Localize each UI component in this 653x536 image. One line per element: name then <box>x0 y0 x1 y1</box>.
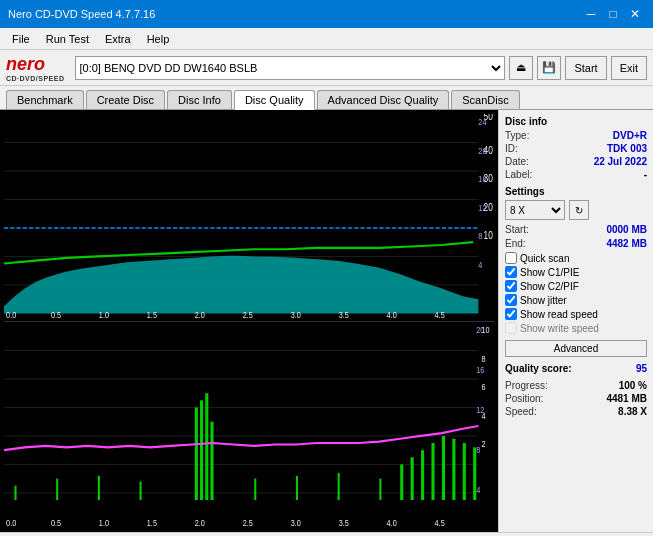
side-panel: Disc info Type: DVD+R ID: TDK 003 Date: … <box>498 110 653 532</box>
exit-button[interactable]: Exit <box>611 56 647 80</box>
charts-area: 50 40 30 20 10 24 20 16 12 8 4 0.0 0.5 1… <box>0 110 498 532</box>
show-read-speed-row: Show read speed <box>505 308 647 320</box>
show-write-speed-checkbox[interactable] <box>505 322 517 334</box>
speed-row: 8 X ↻ <box>505 200 647 220</box>
svg-text:2.0: 2.0 <box>195 309 205 320</box>
show-read-speed-label: Show read speed <box>520 309 598 320</box>
save-icon[interactable]: 💾 <box>537 56 561 80</box>
svg-text:4.0: 4.0 <box>387 309 397 320</box>
svg-rect-50 <box>421 450 424 500</box>
svg-text:2.5: 2.5 <box>243 516 253 527</box>
start-value: 0000 MB <box>606 224 647 235</box>
svg-text:8: 8 <box>481 352 485 363</box>
progress-section: Progress: 100 % Position: 4481 MB Speed:… <box>505 380 647 417</box>
svg-text:0.5: 0.5 <box>51 309 61 320</box>
show-jitter-row: Show jitter <box>505 294 647 306</box>
show-jitter-checkbox[interactable] <box>505 294 517 306</box>
svg-rect-40 <box>195 407 198 500</box>
disc-date-row: Date: 22 Jul 2022 <box>505 156 647 167</box>
menu-file[interactable]: File <box>4 31 38 47</box>
quality-value: 95 <box>636 363 647 374</box>
stats-bar: PI Errors Average: 3.24 Maximum: 25 Tota… <box>0 532 653 536</box>
svg-text:2: 2 <box>481 438 485 449</box>
svg-rect-48 <box>400 464 403 500</box>
svg-text:6: 6 <box>481 381 485 392</box>
window-controls: ─ □ ✕ <box>581 4 645 24</box>
svg-rect-43 <box>210 421 213 499</box>
quick-scan-checkbox[interactable] <box>505 252 517 264</box>
svg-text:0.0: 0.0 <box>6 309 16 320</box>
speed-row-prog: Speed: 8.38 X <box>505 406 647 417</box>
disc-type-row: Type: DVD+R <box>505 130 647 141</box>
advanced-button[interactable]: Advanced <box>505 340 647 357</box>
svg-text:1.0: 1.0 <box>99 516 109 527</box>
svg-text:1.5: 1.5 <box>147 516 157 527</box>
maximize-button[interactable]: □ <box>603 4 623 24</box>
svg-rect-44 <box>254 478 256 499</box>
title-bar: Nero CD-DVD Speed 4.7.7.16 ─ □ ✕ <box>0 0 653 28</box>
minimize-button[interactable]: ─ <box>581 4 601 24</box>
position-value: 4481 MB <box>606 393 647 404</box>
tab-scandisc[interactable]: ScanDisc <box>451 90 519 109</box>
show-c2pif-row: Show C2/PIF <box>505 280 647 292</box>
show-c2pif-checkbox[interactable] <box>505 280 517 292</box>
svg-rect-52 <box>442 435 445 499</box>
svg-rect-45 <box>296 475 298 499</box>
settings-title: Settings <box>505 186 647 197</box>
svg-text:4.5: 4.5 <box>435 516 445 527</box>
nero-logo-text: nero <box>6 54 65 75</box>
refresh-button[interactable]: ↻ <box>569 200 589 220</box>
speed-label: Speed: <box>505 406 537 417</box>
show-c1pie-checkbox[interactable] <box>505 266 517 278</box>
disc-label-row: Label: - <box>505 169 647 180</box>
quick-scan-label: Quick scan <box>520 253 569 264</box>
svg-text:20: 20 <box>478 145 486 156</box>
svg-text:3.5: 3.5 <box>339 309 349 320</box>
svg-text:8: 8 <box>478 230 482 241</box>
menu-help[interactable]: Help <box>139 31 178 47</box>
tab-disc-quality[interactable]: Disc Quality <box>234 90 315 110</box>
nero-logo: nero CD·DVD/SPEED <box>6 54 65 82</box>
disc-id-value: TDK 003 <box>607 143 647 154</box>
svg-text:8: 8 <box>476 443 480 454</box>
svg-rect-49 <box>411 457 414 500</box>
svg-text:16: 16 <box>476 364 484 375</box>
svg-rect-38 <box>98 475 100 499</box>
show-read-speed-checkbox[interactable] <box>505 308 517 320</box>
menu-extra[interactable]: Extra <box>97 31 139 47</box>
svg-text:3.5: 3.5 <box>339 516 349 527</box>
drive-select[interactable]: [0:0] BENQ DVD DD DW1640 BSLB <box>75 56 506 80</box>
tab-disc-info[interactable]: Disc Info <box>167 90 232 109</box>
show-write-speed-label: Show write speed <box>520 323 599 334</box>
tab-advanced-disc-quality[interactable]: Advanced Disc Quality <box>317 90 450 109</box>
svg-text:20: 20 <box>476 324 484 335</box>
svg-text:16: 16 <box>478 173 486 184</box>
end-label: End: <box>505 238 526 249</box>
svg-text:1.5: 1.5 <box>147 309 157 320</box>
disc-type-value: DVD+R <box>613 130 647 141</box>
svg-rect-51 <box>431 443 434 500</box>
settings-section: Settings 8 X ↻ Start: 0000 MB End: 4482 … <box>505 186 647 357</box>
progress-value: 100 % <box>619 380 647 391</box>
start-button[interactable]: Start <box>565 56 606 80</box>
disc-label-value: - <box>644 169 647 180</box>
speed-select[interactable]: 8 X <box>505 200 565 220</box>
show-c1pie-label: Show C1/PIE <box>520 267 579 278</box>
tab-create-disc[interactable]: Create Disc <box>86 90 165 109</box>
tab-benchmark[interactable]: Benchmark <box>6 90 84 109</box>
speed-value: 8.38 X <box>618 406 647 417</box>
svg-text:4.0: 4.0 <box>387 516 397 527</box>
quality-label: Quality score: <box>505 363 572 374</box>
disc-date-label: Date: <box>505 156 529 167</box>
menu-run-test[interactable]: Run Test <box>38 31 97 47</box>
eject-icon[interactable]: ⏏ <box>509 56 533 80</box>
svg-rect-41 <box>200 400 203 500</box>
svg-text:1.0: 1.0 <box>99 309 109 320</box>
bottom-chart-svg: 10 8 6 4 2 20 16 12 8 4 0.0 0.5 1.0 1.5 … <box>4 322 494 529</box>
end-value: 4482 MB <box>606 238 647 249</box>
close-button[interactable]: ✕ <box>625 4 645 24</box>
svg-text:3.0: 3.0 <box>291 516 301 527</box>
svg-rect-42 <box>205 393 208 500</box>
svg-text:12: 12 <box>478 202 486 213</box>
show-c2pif-label: Show C2/PIF <box>520 281 579 292</box>
